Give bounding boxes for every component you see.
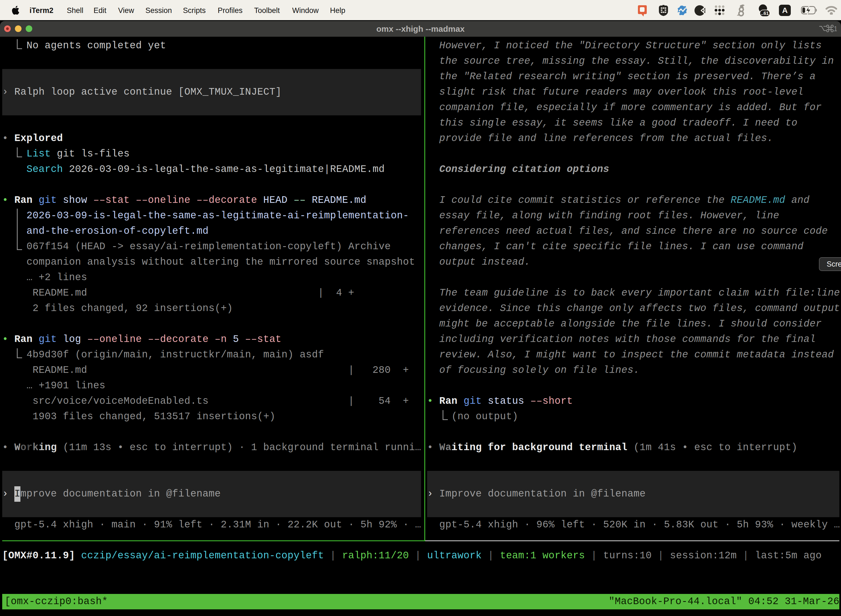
svg-text:1: 1 [834,25,837,32]
svg-text:..61: ..61 [761,11,769,16]
